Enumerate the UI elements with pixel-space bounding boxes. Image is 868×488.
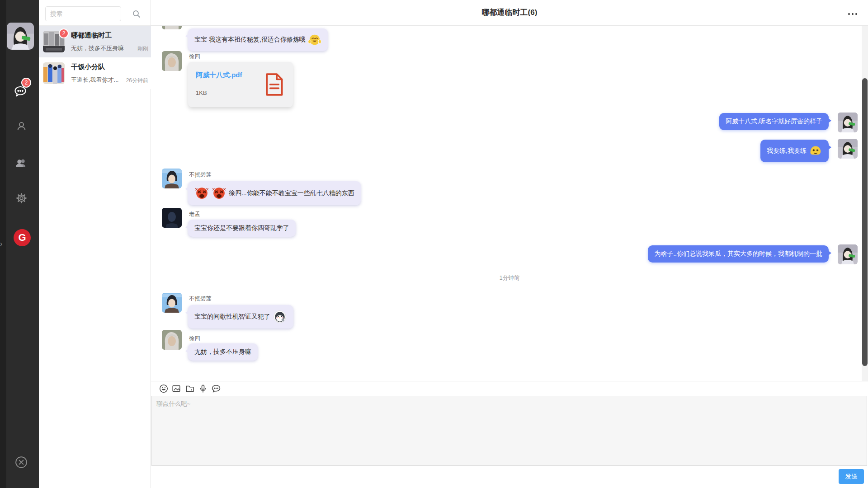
chat-time: 26分钟前 (126, 77, 148, 84)
file-name: 阿威十八式.pdf (196, 71, 242, 80)
chat-last-message: 无妨，技多不压身嘛 (71, 44, 124, 52)
chat-last-message: 王道长,我看你才... (71, 76, 118, 84)
conversation-pane: 哪都通临时工(6) 宝宝 我这有本祖传秘笈,很适合你修炼哦 徐四 阿威十八式.p… (151, 0, 868, 488)
sender-avatar[interactable] (162, 51, 182, 71)
file-size: 1KB (196, 89, 207, 96)
avatar-image (162, 169, 182, 188)
self-avatar[interactable] (838, 139, 858, 159)
settings-gear-icon[interactable] (15, 192, 28, 204)
melting-face-emoji (809, 144, 822, 158)
group-avatar (43, 62, 65, 84)
message-bubble: 为啥子..你们总说我呆瓜，其实大多的时候，我都机制的一批 (648, 245, 829, 263)
search-icon[interactable] (131, 9, 142, 19)
sender-name: 不摇碧莲 (189, 171, 212, 179)
close-circle-icon[interactable] (14, 455, 28, 469)
sidebar: 2 G › (0, 0, 39, 488)
composer (151, 396, 867, 466)
message-text: 宝宝 我这有本祖传秘笈,很适合你修炼哦 (194, 36, 306, 44)
chat-time: 刚刚 (137, 45, 148, 53)
avatar-image (838, 139, 858, 159)
message-text: 宝宝的间歇性机智证又犯了 (194, 313, 270, 321)
message-bubble: 宝宝你还是不要跟着你四哥乱学了 (188, 220, 296, 237)
chat-name: 干饭小分队 (71, 63, 105, 71)
chat-list-panel: 2 哪都通临时工 无妨，技多不压身嘛 刚刚 干饭小分队 王道长,我看你才... … (39, 0, 151, 488)
sender-avatar[interactable] (162, 330, 182, 350)
penguin-sticker-emoji (273, 310, 287, 324)
user-avatar-image (7, 23, 34, 50)
chat-nav-badge: 2 (21, 78, 31, 88)
message-bubble: 徐四...你能不能不教宝宝一些乱七八糟的东西 (188, 181, 361, 205)
unread-badge: 2 (59, 28, 69, 38)
message-bubble: 无妨，技多不压身嘛 (188, 343, 258, 361)
message-list: 宝宝 我这有本祖传秘笈,很适合你修炼哦 徐四 阿威十八式.pdf 1KB 阿威十… (151, 26, 868, 381)
image-icon[interactable] (171, 384, 181, 394)
message-bubble: 阿威十八式,听名字就好厉害的样子 (719, 113, 829, 130)
message-text: 无妨，技多不压身嘛 (194, 348, 251, 356)
scrollbar-thumb[interactable] (862, 78, 868, 366)
self-avatar[interactable] (838, 113, 858, 132)
avatar-image (162, 26, 182, 29)
file-attachment-card[interactable]: 阿威十八式.pdf 1KB (188, 62, 293, 107)
avatar-image (838, 244, 858, 264)
message-text: 我要练,我要练 (767, 147, 807, 155)
avatar-image (162, 51, 182, 71)
sender-avatar[interactable] (162, 169, 182, 188)
message-text: 徐四...你能不能不教宝宝一些乱七八糟的东西 (229, 189, 354, 197)
conversation-header: 哪都通临时工(6) (151, 0, 868, 26)
composer-toolbar (151, 381, 868, 396)
chat-list-item-ganfan[interactable]: 干饭小分队 王道长,我看你才... 26分钟前 (39, 57, 151, 89)
search-input[interactable] (45, 6, 121, 21)
sender-name: 不摇碧莲 (189, 295, 212, 303)
chat-list-item-nadutong[interactable]: 2 哪都通临时工 无妨，技多不压身嘛 刚刚 (39, 26, 151, 57)
sender-avatar[interactable] (162, 208, 182, 228)
contacts-nav-icon[interactable] (15, 120, 28, 132)
sender-avatar[interactable] (162, 293, 182, 313)
avatar-image (838, 113, 858, 132)
send-button[interactable]: 发送 (839, 469, 864, 484)
chat-name: 哪都通临时工 (71, 31, 112, 40)
sender-name: 徐四 (189, 335, 200, 343)
voice-icon[interactable] (198, 384, 208, 394)
folder-icon[interactable] (185, 384, 195, 394)
more-options-icon[interactable] (848, 11, 860, 17)
avatar-image (162, 293, 182, 313)
avatar-image (162, 208, 182, 228)
sender-avatar[interactable] (162, 26, 182, 29)
hugging-face-emoji (308, 33, 321, 47)
enraged-face-emoji (212, 186, 226, 201)
conversation-title: 哪都通临时工(6) (151, 0, 868, 25)
avatar-image (162, 330, 182, 350)
message-bubble: 宝宝的间歇性机智证又犯了 (188, 305, 293, 328)
groups-nav-icon[interactable] (14, 157, 28, 170)
self-avatar[interactable] (838, 244, 858, 264)
pdf-file-icon (265, 73, 284, 96)
message-text: 宝宝你还是不要跟着你四哥乱学了 (194, 224, 289, 232)
message-bubble: 我要练,我要练 (760, 140, 829, 162)
sender-name: 徐四 (189, 53, 200, 61)
enraged-face-emoji (194, 186, 209, 201)
message-text: 为啥子..你们总说我呆瓜，其实大多的时候，我都机制的一批 (654, 250, 822, 258)
user-avatar[interactable] (7, 23, 34, 50)
emoji-picker-icon[interactable] (159, 384, 169, 394)
message-input[interactable] (152, 396, 867, 465)
chat-app-window: 2 G › 2 哪都通临时工 无妨，技多不压身嘛 刚刚 干饭小分队 王道长,我看… (0, 0, 868, 488)
message-text: 阿威十八式,听名字就好厉害的样子 (726, 117, 822, 126)
g-logo[interactable]: G (14, 229, 31, 246)
sender-name: 老孟 (189, 211, 200, 218)
chat-history-icon[interactable] (211, 384, 221, 394)
collapse-arrow-icon[interactable]: › (0, 240, 2, 248)
group-avatar-image (43, 62, 65, 84)
message-bubble: 宝宝 我这有本祖传秘笈,很适合你修炼哦 (188, 28, 328, 51)
timestamp: 1分钟前 (151, 274, 868, 282)
